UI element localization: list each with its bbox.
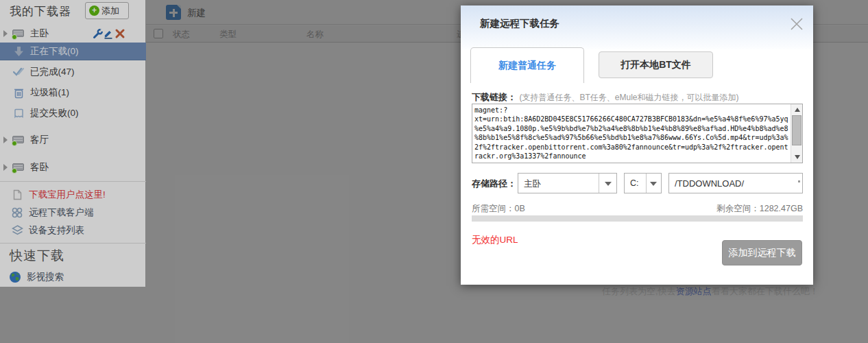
url-textarea-content[interactable]: magnet:? xt=urn:btih:8A6D2BD045E8C517662…	[474, 106, 790, 161]
scroll-down-icon[interactable]	[795, 155, 800, 159]
download-link-hint: (支持普通任务、BT任务、eMule和磁力链接，可以批量添加)	[519, 93, 738, 102]
required-space-label: 所需空间：	[472, 204, 515, 213]
new-remote-task-dialog: 新建远程下载任务 新建普通任务 打开本地BT文件 下载链接： (支持普通任务、B…	[461, 5, 813, 285]
download-link-label-row: 下载链接： (支持普通任务、BT任务、eMule和磁力链接，可以批量添加)	[472, 91, 738, 104]
space-info-row: 所需空间：0B 剩余空间：1282.47GB	[472, 203, 803, 215]
add-to-remote-download-button[interactable]: 添加到远程下载	[722, 240, 802, 265]
device-select[interactable]: 主卧	[518, 173, 617, 193]
space-progress-bar	[472, 215, 803, 222]
scrollbar-thumb[interactable]	[792, 115, 801, 145]
device-select-value: 主卧	[524, 178, 541, 190]
textarea-scrollbar[interactable]	[791, 104, 802, 163]
download-link-label: 下载链接：	[472, 92, 516, 102]
tab-open-local-bt[interactable]: 打开本地BT文件	[599, 51, 713, 78]
url-textarea[interactable]: magnet:? xt=urn:btih:8A6D2BD045E8C517662…	[472, 104, 803, 163]
dialog-title: 新建远程下载任务	[480, 17, 559, 30]
path-input-dot	[798, 180, 800, 182]
free-space-label: 剩余空间：	[716, 204, 760, 213]
tab-new-normal-task[interactable]: 新建普通任务	[470, 47, 584, 83]
close-icon[interactable]	[788, 15, 806, 33]
scroll-up-icon[interactable]	[795, 108, 800, 112]
free-space-value: 1282.47GB	[760, 204, 803, 213]
drive-select[interactable]: C:	[624, 173, 662, 193]
path-input[interactable]	[668, 173, 803, 193]
chevron-down-icon[interactable]	[646, 174, 661, 193]
required-space-value: 0B	[515, 204, 525, 213]
chevron-down-icon[interactable]	[599, 174, 616, 193]
invalid-url-error: 无效的URL	[472, 234, 518, 246]
drive-select-value: C:	[630, 178, 639, 188]
storage-path-label: 存储路径：	[472, 178, 516, 190]
